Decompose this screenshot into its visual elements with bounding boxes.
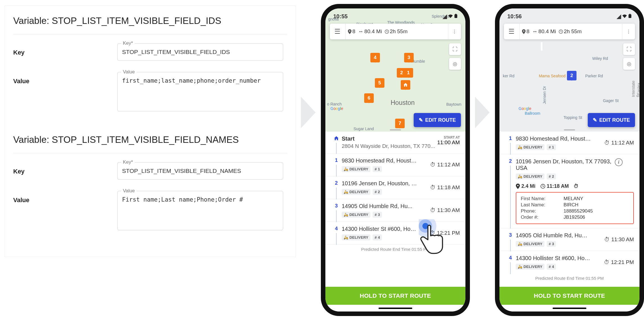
field-value: MELANY [564, 196, 629, 202]
svg-marker-0 [301, 97, 316, 128]
info-icon[interactable]: i [615, 158, 623, 166]
textarea-var1-value[interactable] [117, 72, 283, 111]
delivery-tag: 🛵 DELIVERY [342, 234, 370, 240]
map-topbar: ☰ 8 ↔80.4 Mi 2h 55m ⋮ [330, 24, 461, 39]
stop-item[interactable]: 4 14300 Hollister St #600, Housto... 🛵 D… [499, 251, 640, 274]
route-stats[interactable]: 8 ↔80.4 Mi 2h 55m [520, 28, 622, 35]
edit-route-button[interactable]: ✎ EDIT ROUTE [588, 113, 635, 127]
map[interactable]: Wiley Rd ker Rd Parker Rd Jensen Dr Gage… [499, 8, 640, 132]
svg-rect-10 [629, 14, 631, 15]
stop-time: ⏱11:18 AM [430, 180, 460, 195]
fullscreen-button[interactable]: ⛶ [623, 43, 635, 55]
row-var1-value: Value Value [13, 72, 287, 112]
stop-time: ⏱12:21 PM [604, 255, 634, 270]
map-pin[interactable]: 7 [395, 119, 405, 128]
seq-tag: # 1 [373, 166, 382, 172]
stop-number: 1 [509, 136, 512, 150]
arrow-separator [299, 6, 318, 219]
map-label: Eastex Fwy R [636, 83, 640, 95]
label-value: Value [13, 72, 117, 85]
phone-mockup-1: 10:55 ◢ gnolia Pinehurst The Woodlands N… [321, 4, 470, 316]
stop-time: ⏱12:21 PM [430, 226, 460, 240]
seq-tag: # 3 [547, 241, 556, 247]
map-pin-home[interactable] [401, 80, 410, 90]
stop-item[interactable]: 3 14905 Old Humble Rd, Hu... 🛵 DELIVERY#… [325, 199, 465, 222]
route-stats[interactable]: 8 ↔80.4 Mi 2h 55m [346, 28, 448, 35]
delivery-tag: 🛵 DELIVERY [342, 212, 370, 218]
map-pin-active[interactable]: 2 [567, 71, 577, 80]
input-var1-key[interactable] [117, 43, 283, 61]
variable-title-1: Variable: STOP_LIST_ITEM_VISIBLE_FIELD_I… [13, 15, 287, 26]
stop-item[interactable]: 1 9830 Homestead Rd, Houston, ... 🛵 DELI… [499, 132, 640, 154]
stop-item[interactable]: 3 14905 Old Humble Rd, Humble, ... 🛵 DEL… [499, 228, 640, 251]
locate-button[interactable]: ◎ [449, 58, 461, 70]
map[interactable]: gnolia Pinehurst The Woodlands New Caney… [325, 8, 465, 132]
signal-icon: ◢ [443, 13, 447, 20]
stop-address: 14905 Old Humble Rd, Hu... [342, 203, 417, 209]
stopwatch-icon: ⏱ [430, 184, 436, 191]
map-pin[interactable]: 4 [370, 53, 380, 62]
stop-number: 3 [335, 203, 338, 218]
stop-item[interactable]: 4 14300 Hollister St #600, Housto... 🛵 D… [325, 222, 465, 245]
phone-mockup-2: 10:56 ◢ Wiley Rd ker Rd Parker Rd [495, 4, 644, 316]
map-attribution: Google [519, 106, 531, 111]
label-value: Value [13, 191, 117, 204]
stopwatch-icon: ⏱ [604, 236, 610, 243]
map-pin[interactable]: 1 [404, 68, 413, 78]
stop-number: 4 [509, 255, 512, 270]
input-var2-key[interactable] [117, 162, 283, 180]
stop-list[interactable]: Start 2804 N Wayside Dr, Houston, TX 770… [325, 132, 465, 287]
menu-button[interactable]: ☰ [504, 24, 520, 39]
svg-rect-2 [455, 14, 456, 15]
fullscreen-button[interactable]: ⛶ [449, 43, 461, 55]
pencil-icon: ✎ [593, 117, 597, 123]
locate-button[interactable]: ◎ [623, 58, 635, 70]
textarea-var2-value[interactable] [117, 191, 283, 230]
nav-bar [499, 305, 640, 312]
more-button[interactable]: ⋮ [622, 24, 635, 39]
stop-address: 10196 Jensen Dr, Houston, TX 7... [342, 180, 417, 187]
delivery-tag: 🛵 DELIVERY [516, 144, 544, 150]
map-pin[interactable]: 5 [375, 78, 384, 88]
delivery-tag: 🛵 DELIVERY [516, 264, 544, 270]
menu-button[interactable]: ☰ [330, 24, 346, 39]
status-icons: ◢ [443, 13, 458, 20]
label-key: Key [13, 162, 117, 175]
stop-start[interactable]: Start 2804 N Wayside Dr, Houston, TX 770… [325, 132, 465, 154]
stop-time: ⏱11:12 AM [430, 157, 460, 172]
map-label: Baytown [446, 102, 461, 107]
stop-address: 14300 Hollister St #600, Housto... [342, 226, 417, 232]
stop-item[interactable]: 2 10196 Jensen Dr, Houston, TX 7... 🛵 DE… [325, 176, 465, 199]
map-pin[interactable]: 6 [364, 93, 374, 103]
start-at-label: START AT [437, 136, 460, 139]
wifi-icon [622, 13, 627, 20]
stop-address: 14905 Old Humble Rd, Humble, ... [516, 232, 591, 239]
stop-time: ⏱11:12 AM [604, 136, 634, 150]
start-route-button[interactable]: HOLD TO START ROUTE [499, 287, 640, 305]
delivery-tag: 🛵 DELIVERY [342, 189, 370, 195]
drag-handle[interactable] [390, 129, 401, 130]
distance-stat: ↔80.4 Mi [358, 28, 382, 35]
map-topbar: ☰ 8 ↔80.4 Mi 2h 55m ⋮ [504, 24, 635, 39]
custom-fields-box: First Name:MELANY Last Name:BIRCH Phone:… [516, 192, 634, 224]
stop-list[interactable]: 1 9830 Homestead Rd, Houston, ... 🛵 DELI… [499, 132, 640, 287]
map-label: Parker Rd [585, 74, 603, 78]
start-route-button[interactable]: HOLD TO START ROUTE [325, 287, 465, 305]
drag-handle[interactable] [564, 129, 575, 130]
row-var2-key: Key Key* [13, 162, 287, 180]
predicted-end: Predicted Route End Time 01:55 PM [499, 274, 640, 283]
edit-route-button[interactable]: ✎ EDIT ROUTE [414, 113, 461, 127]
distance-stat: ↔80.4 Mi [532, 28, 556, 35]
map-pin[interactable]: 3 [404, 53, 414, 62]
more-button[interactable]: ⋮ [448, 24, 461, 39]
stop-number: 1 [335, 157, 338, 172]
signal-icon: ◢ [617, 13, 621, 20]
field-label: First Name: [521, 196, 563, 202]
field-value: BIRCH [564, 202, 629, 208]
wifi-icon [448, 13, 453, 20]
svg-point-3 [349, 30, 350, 31]
map-label: Jensen Dr [542, 86, 547, 104]
stop-item-expanded[interactable]: 2 10196 Jensen Dr, Houston, TX 77093, US… [499, 154, 640, 228]
stop-item[interactable]: 1 9830 Homestead Rd, Houston, ... 🛵 DELI… [325, 154, 465, 176]
stop-time: ⏱11:30 AM [604, 232, 634, 247]
